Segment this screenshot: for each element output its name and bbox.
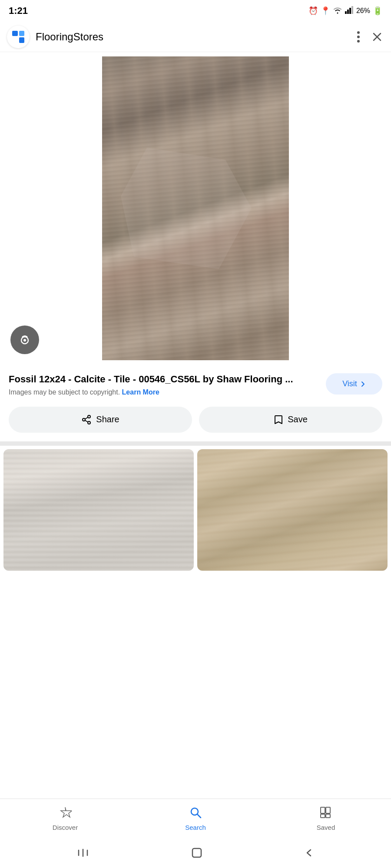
related-image-card-1[interactable] <box>3 449 194 571</box>
related-image-2 <box>197 449 388 571</box>
app-title: FlooringStores <box>36 31 355 43</box>
action-buttons: Share Save <box>0 401 391 441</box>
related-image-card-2[interactable] <box>197 449 388 571</box>
visit-button[interactable]: Visit <box>326 373 382 395</box>
svg-rect-2 <box>349 8 351 14</box>
app-bar: FlooringStores <box>0 22 391 52</box>
product-image <box>102 56 289 360</box>
learn-more-link[interactable]: Learn More <box>122 388 159 396</box>
svg-point-5 <box>357 36 360 38</box>
related-images-grid <box>0 446 391 574</box>
svg-point-18 <box>191 808 198 815</box>
alarm-icon: ⏰ <box>308 6 318 16</box>
logo-cell <box>12 37 18 43</box>
signal-icon <box>345 6 354 16</box>
system-navigation <box>0 838 391 868</box>
related-image-1 <box>3 449 194 571</box>
svg-rect-21 <box>326 807 330 813</box>
svg-point-14 <box>88 421 90 424</box>
svg-point-4 <box>357 31 360 34</box>
visit-label: Visit <box>342 379 357 388</box>
close-button[interactable] <box>370 30 384 44</box>
share-button[interactable]: Share <box>9 407 192 433</box>
save-button[interactable]: Save <box>199 407 382 433</box>
svg-rect-20 <box>321 807 325 813</box>
discover-label: Discover <box>53 824 78 831</box>
status-bar: 1:21 ⏰ 📍 26% 🔋 <box>0 0 391 22</box>
app-logo <box>7 26 30 48</box>
location-icon: 📍 <box>321 6 330 16</box>
search-icon <box>189 806 202 822</box>
wifi-icon <box>333 6 342 16</box>
svg-rect-27 <box>192 848 201 857</box>
status-time: 1:21 <box>9 5 28 16</box>
svg-rect-1 <box>347 10 349 14</box>
main-image-container <box>0 52 391 365</box>
status-icons: ⏰ 📍 26% 🔋 <box>308 6 382 16</box>
app-bar-actions <box>355 30 384 44</box>
svg-rect-11 <box>23 335 26 336</box>
bottom-navigation: Discover Search Saved <box>0 799 391 838</box>
svg-rect-0 <box>345 11 347 14</box>
nav-item-search[interactable]: Search <box>130 802 261 835</box>
logo-cell <box>19 37 25 43</box>
more-options-button[interactable] <box>355 30 361 44</box>
svg-line-15 <box>85 420 88 422</box>
discover-icon <box>59 806 72 822</box>
back-button[interactable] <box>305 848 314 858</box>
product-info: Fossil 12x24 - Calcite - Tile - 00546_CS… <box>0 365 391 401</box>
svg-line-16 <box>85 417 88 419</box>
saved-label: Saved <box>317 824 335 831</box>
svg-point-12 <box>88 415 90 418</box>
product-title: Fossil 12x24 - Calcite - Tile - 00546_CS… <box>9 373 319 386</box>
copyright-text: Images may be subject to copyright. Lear… <box>9 388 319 396</box>
camera-search-button[interactable] <box>10 326 39 354</box>
copyright-label: Images may be subject to copyright. <box>9 388 120 396</box>
battery-level: 26% <box>356 7 370 15</box>
logo-cell <box>19 31 25 36</box>
section-divider <box>0 441 391 446</box>
recent-apps-button[interactable] <box>77 848 89 858</box>
svg-rect-23 <box>326 814 330 818</box>
nav-item-saved[interactable]: Saved <box>261 802 391 835</box>
svg-point-13 <box>83 418 85 421</box>
svg-rect-22 <box>321 814 325 818</box>
svg-point-6 <box>357 40 360 43</box>
save-label: Save <box>288 414 308 424</box>
svg-rect-3 <box>351 6 353 14</box>
nav-item-discover[interactable]: Discover <box>0 802 130 835</box>
svg-line-19 <box>198 814 201 818</box>
logo-cell <box>12 31 18 36</box>
home-button[interactable] <box>191 847 202 858</box>
product-text: Fossil 12x24 - Calcite - Tile - 00546_CS… <box>9 373 319 396</box>
svg-point-10 <box>23 339 26 342</box>
battery-icon: 🔋 <box>373 6 382 16</box>
share-label: Share <box>96 414 119 424</box>
saved-icon <box>320 806 332 822</box>
search-label: Search <box>185 824 206 831</box>
